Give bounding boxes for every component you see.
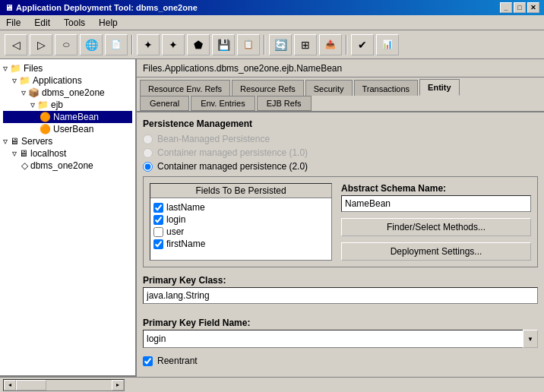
server-icon-servers: 🖥	[10, 136, 19, 147]
close-button[interactable]: ✕	[527, 2, 539, 13]
toolbar-btn-diamond[interactable]: ⬟	[187, 34, 210, 55]
tree-item-files[interactable]: ▿ 📁 Files	[3, 62, 132, 74]
tab-env-entries[interactable]: Env. Entries	[191, 96, 255, 111]
toolbar-btn-copy[interactable]: 📋	[237, 34, 260, 55]
field-item-login: login	[153, 213, 328, 226]
toolbar-btn-doc[interactable]: 📄	[105, 34, 128, 55]
breadcrumb: Files.Applications.dbms_one2one.ejb.Name…	[137, 59, 544, 77]
toolbar-btn-globe[interactable]: 🌐	[80, 34, 103, 55]
field-item-user: user	[153, 226, 328, 238]
toolbar-btn-export[interactable]: 📤	[319, 34, 342, 55]
toolbar-btn-refresh[interactable]: 🔄	[269, 34, 292, 55]
tab-ejb-refs[interactable]: EJB Refs	[257, 96, 312, 111]
title-bar: 🖥 Application Deployment Tool: dbms_one2…	[0, 0, 544, 15]
field-checkbox-login[interactable]	[153, 215, 163, 225]
expand-icon-files: ▿	[3, 63, 8, 74]
menu-help[interactable]: Help	[96, 17, 121, 29]
toolbar-btn-star2[interactable]: ✦	[162, 34, 185, 55]
toolbar-btn-star1[interactable]: ✦	[137, 34, 160, 55]
tree-label-dbms: dbms_one2one	[42, 87, 105, 98]
maximize-button[interactable]: □	[514, 2, 526, 13]
toolbar-btn-check[interactable]: ✔	[351, 34, 374, 55]
menu-edit[interactable]: Edit	[31, 17, 53, 29]
tree-label-files: Files	[24, 63, 43, 74]
tree-item-dbms2[interactable]: ◇ dbms_one2one	[3, 160, 132, 172]
deployment-settings-button[interactable]: Deployment Settings...	[341, 242, 531, 261]
tab-resource-refs[interactable]: Resource Refs	[232, 80, 304, 96]
menu-tools[interactable]: Tools	[61, 17, 88, 29]
folder-icon-applications: 📁	[19, 75, 30, 86]
reentrant-label: Reentrant	[157, 356, 198, 366]
fields-box: Fields To Be Persisted lastName login	[150, 183, 332, 261]
field-checkbox-firstname[interactable]	[153, 239, 163, 249]
tree-panel: ▿ 📁 Files ▿ 📁 Applications ▿ 📦 dbms_one2…	[0, 59, 137, 377]
status-bar: ◂ ▸	[0, 377, 544, 392]
tab-general[interactable]: General	[140, 96, 189, 111]
toolbar-btn-chart[interactable]: 📊	[376, 34, 399, 55]
toolbar-btn-forward[interactable]: ▷	[30, 34, 52, 55]
tab-label-resource-env-refs: Resource Env. Refs	[148, 84, 222, 93]
menu-bar: File Edit Tools Help	[0, 15, 544, 30]
pk-class-label: Primary Key Class:	[143, 275, 538, 286]
tree-item-applications[interactable]: ▿ 📁 Applications	[3, 74, 132, 87]
tree-label-ejb: ejb	[51, 100, 63, 110]
content-panel: Persistence Management Bean-Managed Pers…	[137, 112, 544, 377]
radio-container-10-input[interactable]	[143, 148, 153, 158]
expand-icon-dbms: ▿	[21, 87, 26, 98]
field-label-lastname: lastName	[166, 202, 205, 213]
tree-item-namebean[interactable]: 🟠 NameBean	[3, 111, 132, 123]
toolbar-btn-new[interactable]: ⬭	[55, 34, 77, 55]
minimize-button[interactable]: _	[500, 2, 512, 13]
tab-resource-env-refs[interactable]: Resource Env. Refs	[140, 80, 230, 96]
tree-label-localhost: localhost	[30, 148, 66, 159]
tree-item-ejb[interactable]: ▿ 📁 ejb	[3, 99, 132, 111]
main-container: ▿ 📁 Files ▿ 📁 Applications ▿ 📦 dbms_one2…	[0, 59, 544, 377]
menu-file[interactable]: File	[3, 17, 24, 29]
tree-item-userbean[interactable]: 🟠 UserBean	[3, 123, 132, 135]
tab-security[interactable]: Security	[305, 80, 353, 96]
scroll-right-button[interactable]: ▸	[112, 380, 124, 390]
field-label-firstname: firstName	[166, 239, 205, 249]
reentrant-row: Reentrant	[143, 356, 538, 366]
radio-bean-managed-input[interactable]	[143, 134, 153, 144]
bean-icon-namebean: 🟠	[40, 112, 51, 122]
tree-item-dbms[interactable]: ▿ 📦 dbms_one2one	[3, 87, 132, 99]
folder-icon-ejb: 📁	[37, 100, 49, 110]
tab-label-resource-refs: Resource Refs	[240, 84, 296, 93]
fields-body: lastName login user firstName	[150, 198, 331, 253]
pk-field-select[interactable]: login	[143, 330, 538, 348]
tree-item-localhost[interactable]: ▿ 🖥 localhost	[3, 147, 132, 160]
scrollbar[interactable]: ◂ ▸	[3, 379, 125, 391]
tree-label-userbean: UserBean	[53, 124, 93, 134]
pk-field-dropdown-arrow[interactable]: ▼	[523, 330, 538, 348]
radio-container-20-input[interactable]	[143, 162, 153, 172]
abstract-schema-label: Abstract Schema Name:	[341, 183, 531, 194]
tab-transactions[interactable]: Transactions	[354, 80, 419, 96]
toolbar-btn-back[interactable]: ◁	[5, 34, 27, 55]
tabs-row-1: Resource Env. Refs Resource Refs Securit…	[137, 79, 544, 96]
tree-item-servers[interactable]: ▿ 🖥 Servers	[3, 135, 132, 147]
pk-class-input[interactable]	[143, 287, 538, 304]
tree-label-dbms2: dbms_one2one	[30, 160, 93, 171]
abstract-schema-input[interactable]	[341, 195, 531, 212]
radio-container-10: Container managed persistence (1.0)	[143, 147, 538, 158]
field-item-lastname: lastName	[153, 201, 328, 213]
tab-label-transactions: Transactions	[362, 84, 410, 93]
reentrant-checkbox[interactable]	[143, 356, 153, 366]
toolbar-btn-save[interactable]: 💾	[212, 34, 235, 55]
field-label-user: user	[166, 226, 184, 237]
field-checkbox-user[interactable]	[153, 227, 163, 237]
pk-field-label: Primary Key Field Name:	[143, 318, 538, 328]
server-icon-localhost: 🖥	[19, 148, 28, 159]
expand-icon-servers: ▿	[3, 136, 8, 147]
tab-entity[interactable]: Entity	[419, 79, 460, 96]
toolbar-separator-1	[131, 35, 133, 55]
field-checkbox-lastname[interactable]	[153, 203, 163, 213]
finder-select-button[interactable]: Finder/Select Methods...	[341, 218, 531, 236]
pk-class-section: Primary Key Class:	[143, 275, 538, 310]
scroll-thumb[interactable]	[16, 380, 46, 390]
right-panel: Files.Applications.dbms_one2one.ejb.Name…	[137, 59, 544, 377]
radio-container-20-label: Container managed persistence (2.0)	[157, 161, 308, 172]
toolbar-btn-grid[interactable]: ⊞	[294, 34, 317, 55]
scroll-left-button[interactable]: ◂	[4, 380, 16, 390]
